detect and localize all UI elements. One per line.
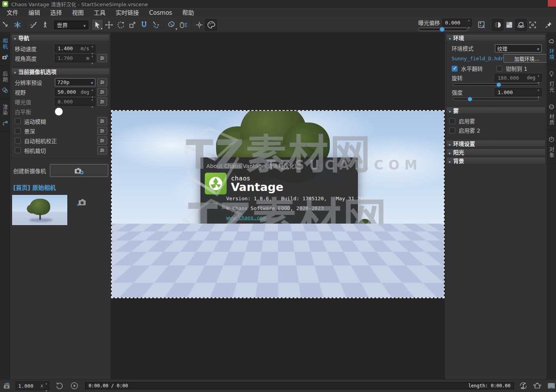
- mouse-options-button[interactable]: [178, 19, 189, 31]
- menu-livelink[interactable]: 实时链接: [111, 8, 144, 18]
- hdr-file-link[interactable]: Sunny_field_D.hdr: [452, 56, 503, 61]
- tab-lights[interactable]: 灯光: [547, 65, 556, 98]
- fov-settings-button[interactable]: [97, 88, 107, 96]
- home-camera-label[interactable]: [首页] 原始相机: [13, 183, 111, 191]
- snap-magnet-button[interactable]: [138, 19, 150, 31]
- slider-handle[interactable]: [468, 97, 472, 102]
- select-scale-tool-button[interactable]: [0, 19, 12, 31]
- camera-crop-checkbox[interactable]: [15, 147, 21, 153]
- play-button[interactable]: [70, 381, 79, 390]
- rotation-slider[interactable]: [452, 83, 539, 86]
- tab-render[interactable]: 渲染: [0, 99, 10, 132]
- intensity-input[interactable]: 1.000: [495, 88, 542, 96]
- ev-settings-button[interactable]: [97, 98, 107, 106]
- select-tool-button[interactable]: [91, 19, 103, 31]
- menu-file[interactable]: 文件: [2, 8, 23, 18]
- dof-settings-button[interactable]: [97, 127, 107, 135]
- env-section-header[interactable]: 环境: [446, 34, 545, 41]
- move-tool-button[interactable]: [103, 19, 115, 31]
- lut-button[interactable]: [503, 19, 515, 31]
- tab-camera[interactable]: 相机: [0, 33, 10, 66]
- tab-post[interactable]: 后期: [0, 66, 10, 99]
- motion-blur-settings-button[interactable]: [97, 117, 107, 125]
- coordinate-space-dropdown[interactable]: 世界: [54, 21, 88, 29]
- menu-edit[interactable]: 编辑: [23, 8, 45, 18]
- playback-speed-input[interactable]: 1.000 x: [16, 382, 49, 390]
- transform-cursor-button[interactable]: [150, 19, 162, 31]
- current-camera-section-header[interactable]: 当前摄像机选项: [11, 68, 109, 75]
- load-environment-button[interactable]: 加载环境...: [503, 54, 550, 63]
- region-select-button[interactable]: [166, 19, 178, 31]
- spinner[interactable]: [90, 94, 94, 109]
- animation-clapper-button[interactable]: [2, 381, 12, 390]
- spinner[interactable]: [44, 378, 48, 392]
- dof-checkbox[interactable]: [15, 128, 21, 134]
- fov-label: 视野: [15, 88, 55, 96]
- tab-environment[interactable]: 环境: [547, 33, 556, 65]
- viewport[interactable]: About Chaos Vantage(清逸轩汉化) chaos Vantage…: [111, 33, 445, 379]
- lens-effects-button[interactable]: [492, 19, 503, 31]
- scale-tool-button[interactable]: [127, 19, 138, 31]
- move-speed-input[interactable]: 1.400 m/s: [55, 45, 95, 52]
- fov-input[interactable]: 50.000 deg: [55, 88, 95, 96]
- nav-section-header[interactable]: 导航: [11, 34, 109, 41]
- auto-camera-correct-settings-button[interactable]: [97, 136, 107, 145]
- env-settings-section-header[interactable]: 环境设置: [446, 140, 545, 147]
- close-button[interactable]: [548, 0, 556, 7]
- credits-link[interactable]: Credits and Copyrights: [226, 233, 293, 239]
- orbit-mode-button[interactable]: [515, 19, 527, 31]
- loop-button[interactable]: [55, 381, 64, 390]
- post-effects-icon: [2, 87, 9, 94]
- spinner[interactable]: [90, 51, 94, 66]
- intensity-slider[interactable]: [452, 98, 539, 100]
- sun-section-header[interactable]: 阳光: [446, 149, 545, 156]
- timeline-track[interactable]: 0:00.00 / 0:00 length: 0:00.00: [85, 382, 514, 389]
- tab-objects[interactable]: 对象: [547, 131, 556, 163]
- walk-mode-button[interactable]: [39, 19, 51, 31]
- dialog-close-button[interactable]: 关闭: [329, 241, 353, 249]
- stairs-tool-button[interactable]: [28, 19, 39, 31]
- tab-materials[interactable]: 材质: [547, 98, 556, 131]
- camera-thumbnail[interactable]: [12, 194, 68, 226]
- auto-camera-correct-checkbox[interactable]: [15, 138, 21, 144]
- chaos-website-link[interactable]: www.chaos.com: [226, 215, 266, 220]
- clip-tool-button[interactable]: [12, 19, 23, 31]
- view-height-settings-button[interactable]: [97, 54, 107, 62]
- resolution-settings-button[interactable]: [97, 78, 107, 86]
- eula-link[interactable]: EULA: [226, 224, 238, 230]
- color-palette-button[interactable]: [205, 19, 217, 31]
- fog2-enable-checkbox[interactable]: [449, 128, 455, 133]
- slider-handle[interactable]: [440, 27, 445, 32]
- fog-section-header[interactable]: 雾: [446, 107, 545, 114]
- menu-select[interactable]: 选择: [45, 8, 67, 18]
- rotation-input[interactable]: 180.000 deg: [495, 74, 542, 82]
- flip-horizontal-checkbox[interactable]: [452, 66, 457, 72]
- focus-point-button[interactable]: [194, 19, 205, 31]
- exposure-offset-slider[interactable]: [418, 28, 468, 31]
- motion-blur-checkbox[interactable]: [15, 118, 21, 124]
- camera-crop-settings-button[interactable]: [97, 146, 107, 154]
- env-mode-dropdown[interactable]: 纹理: [495, 44, 542, 52]
- rotate-tool-button[interactable]: [115, 19, 127, 31]
- safe-frame-button[interactable]: [527, 19, 538, 31]
- view-height-input[interactable]: 1.700 m: [55, 54, 95, 62]
- menu-view[interactable]: 视图: [67, 8, 89, 18]
- walkthrough-button[interactable]: [519, 381, 528, 390]
- white-balance-swatch[interactable]: [55, 108, 63, 116]
- teapot-render-button[interactable]: [533, 381, 542, 390]
- create-camera-button[interactable]: [50, 164, 108, 177]
- menu-cosmos[interactable]: Cosmos: [144, 8, 177, 18]
- exposure-offset-input[interactable]: 0.000: [442, 19, 472, 26]
- export-render-button[interactable]: [547, 381, 556, 390]
- restore-camera-button[interactable]: [76, 198, 87, 208]
- resolution-dropdown[interactable]: 720p: [55, 78, 95, 86]
- slider-handle[interactable]: [496, 82, 501, 87]
- pin-button[interactable]: [543, 19, 554, 31]
- menu-tools[interactable]: 工具: [89, 8, 111, 18]
- fog-enable-checkbox[interactable]: [449, 118, 455, 124]
- background-section-header[interactable]: 背景: [446, 157, 545, 164]
- menu-help[interactable]: 帮助: [177, 8, 199, 18]
- clamp-checkbox[interactable]: [496, 66, 502, 72]
- auto-exposure-button[interactable]: A: [476, 19, 487, 31]
- ev-input[interactable]: 8.000: [55, 98, 95, 106]
